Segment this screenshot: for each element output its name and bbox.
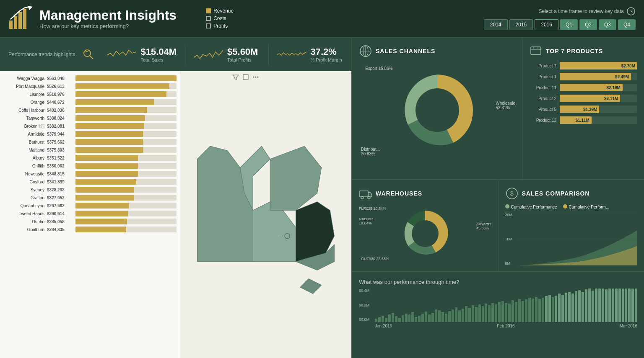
year-2014-btn[interactable]: 2014 (484, 19, 508, 30)
profits-label: Profits (213, 23, 228, 29)
city-value: $350,062 (47, 164, 73, 168)
truck-icon (359, 187, 372, 200)
list-item (595, 288, 597, 322)
list-item (561, 295, 564, 322)
list-item (465, 306, 467, 322)
list-item: Product 11 $2.19M (529, 84, 637, 91)
bar-track (75, 139, 177, 145)
total-sales-label: Total Sales (140, 57, 177, 62)
axw291-label: AXW29145.65% (476, 222, 491, 230)
bar-fill (75, 179, 136, 185)
city-value: $510,976 (47, 92, 73, 97)
sparkline-sales (107, 47, 136, 62)
product-bar-fill: $1.11M (560, 116, 592, 124)
product-bar-fill: $2.11M (560, 95, 620, 102)
list-item (635, 288, 637, 322)
city-bar-chart: Wagga Wagga $563,048 Port Macquarie $526… (0, 71, 180, 358)
year-2016-btn[interactable]: 2016 (535, 19, 558, 30)
list-item (538, 299, 541, 322)
bar-track (75, 227, 177, 232)
svg-point-8 (84, 50, 91, 57)
header-controls: Select a time frame to review key data 2… (484, 7, 636, 30)
kpi-total-profits: $5.60M Total Profits (194, 46, 260, 62)
year-2015-btn[interactable]: 2015 (509, 19, 533, 30)
city-name: Queanbeyan (7, 203, 44, 208)
list-item (615, 288, 618, 322)
city-value: $526,613 (47, 84, 73, 89)
list-item (415, 317, 417, 322)
app-title: Management Insights (39, 8, 177, 23)
list-item (512, 300, 514, 322)
city-value: $348,815 (47, 172, 73, 176)
list-item (522, 301, 524, 322)
globe-icon (359, 44, 372, 58)
table-row: Lismore $510,976 (7, 91, 177, 97)
city-name: Port Macquarie (7, 84, 44, 89)
time-label: Select a time frame to review key data (539, 7, 636, 16)
list-item (605, 289, 608, 322)
bar-fill (75, 227, 126, 232)
app-subtitle: How are our key metrics performing? (39, 23, 177, 29)
bar-fill (75, 211, 128, 216)
bar-track (75, 75, 177, 81)
q2-btn[interactable]: Q2 (579, 19, 597, 30)
bar-fill (75, 155, 138, 161)
city-name: Gosford (7, 180, 44, 184)
list-item (505, 303, 507, 322)
bar-track (75, 171, 177, 177)
list-item (602, 288, 604, 322)
list-item (558, 294, 561, 322)
top7-title: TOP 7 PRODUCTS (546, 48, 603, 54)
list-item (585, 289, 587, 322)
bar-track (75, 187, 177, 193)
table-row: Queanbeyan $297,962 (7, 203, 177, 209)
list-item (455, 307, 457, 322)
kpi-row: Performance trends highlights $15.04M To… (0, 38, 351, 71)
left-panel: Performance trends highlights $15.04M To… (0, 38, 352, 358)
sales-channels-title: SALES CHANNELS (376, 48, 435, 54)
list-item (421, 314, 424, 322)
list-item (392, 313, 394, 322)
wholesale-label: Wholesale53.31% (496, 101, 515, 110)
profit-margin-label: % Profit Margin (311, 57, 342, 62)
performance-y-axis: $0.4M $0.2M $0.0M (359, 288, 369, 322)
right-top: SALES CHANNELS (352, 38, 644, 180)
q1-btn[interactable]: Q1 (560, 19, 578, 30)
q4-btn[interactable]: Q4 (618, 19, 636, 30)
revenue-dot (206, 8, 211, 13)
city-name: Albury (7, 156, 44, 160)
list-item (582, 292, 584, 322)
q3-btn[interactable]: Q3 (599, 19, 616, 30)
svg-text:$: $ (510, 190, 514, 197)
list-item (448, 311, 451, 322)
city-value: $402,036 (47, 108, 73, 113)
city-name: Lismore (7, 92, 44, 97)
sparkline-margin (277, 47, 306, 62)
table-row: Grafton $327,952 (7, 195, 177, 201)
bar-fill (75, 123, 144, 129)
top7-header: TOP 7 PRODUCTS (529, 44, 637, 58)
comparison-chart: 20M 10M 0M (505, 212, 638, 266)
list-item (495, 304, 497, 322)
bar-track (75, 211, 177, 216)
city-name: Coffs Harbour (7, 108, 44, 113)
legend-area: Revenue Costs Profits (206, 8, 234, 29)
bar-track (75, 195, 177, 201)
warehouse-donut-svg (400, 209, 450, 259)
list-item (445, 314, 447, 322)
main-content: Performance trends highlights $15.04M To… (0, 38, 644, 358)
bar-track (75, 107, 177, 113)
right-middle: WAREHOUSES (352, 180, 644, 272)
bar-track (75, 179, 177, 185)
list-item (385, 318, 387, 322)
list-item (431, 313, 434, 322)
australia-map (180, 71, 351, 358)
list-item (452, 309, 454, 322)
bar-fill (75, 187, 134, 193)
product-name: Product 5 (529, 107, 556, 112)
kpi-profit-margin: 37.2% % Profit Margin (277, 46, 343, 62)
list-item (482, 306, 484, 322)
svg-rect-1 (14, 16, 17, 29)
bar-track (75, 219, 177, 224)
bar-track (75, 147, 177, 153)
